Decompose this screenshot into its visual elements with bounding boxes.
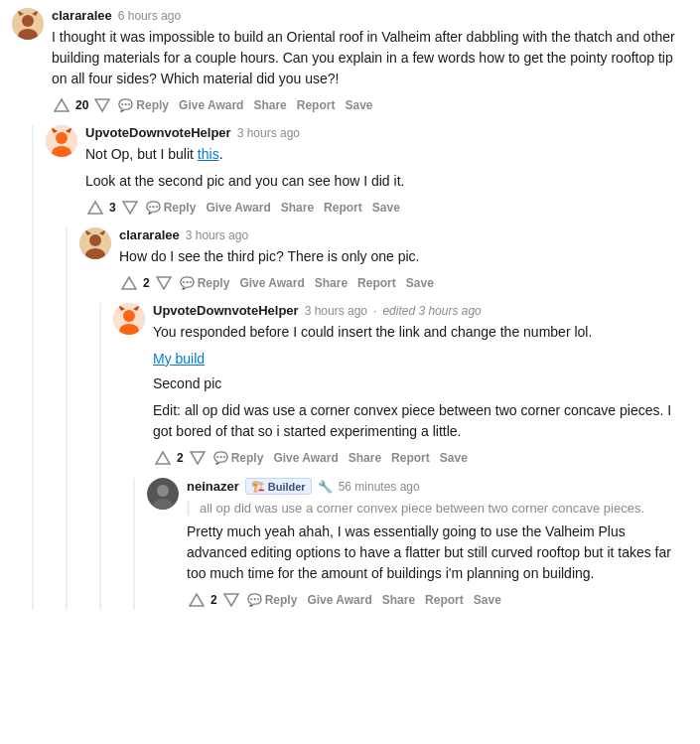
share-btn-c5[interactable]: Share — [378, 591, 419, 609]
svg-point-22 — [123, 310, 135, 322]
upvote-c3[interactable] — [119, 273, 139, 293]
svg-marker-31 — [190, 594, 204, 606]
svg-point-8 — [56, 132, 68, 144]
downvote-c1[interactable] — [92, 95, 112, 115]
my-build-anchor[interactable]: My build — [153, 351, 205, 367]
avatar-c4 — [113, 303, 145, 335]
share-btn-c2[interactable]: Share — [277, 199, 318, 217]
save-btn-c3[interactable]: Save — [402, 274, 438, 292]
downvote-c3[interactable] — [154, 273, 174, 293]
reply-btn-c3[interactable]: 💬 Reply — [176, 274, 234, 292]
comment-meta-c2: UpvoteDownvoteHelper 3 hours ago — [85, 125, 688, 140]
upvote-c1[interactable] — [52, 95, 71, 115]
svg-marker-13 — [123, 202, 137, 214]
save-btn-c2[interactable]: Save — [368, 199, 404, 217]
report-btn-c3[interactable]: Report — [353, 274, 400, 292]
downvote-icon-c5 — [223, 592, 239, 608]
downvote-icon-c4 — [190, 450, 206, 466]
comment-text-c2: Not Op, but I bulit this. — [85, 144, 688, 165]
share-btn-c4[interactable]: Share — [345, 449, 385, 467]
username-c2: UpvoteDownvoteHelper — [85, 125, 231, 140]
downvote-icon-c2 — [122, 200, 138, 216]
wrench-icon-c5: 🔧 — [318, 480, 333, 494]
give-award-btn-c3[interactable]: Give Award — [235, 274, 308, 292]
upvote-c2[interactable] — [85, 198, 105, 218]
reply-btn-c2[interactable]: 💬 Reply — [142, 199, 201, 217]
timestamp-c3: 3 hours ago — [186, 228, 248, 242]
chat-icon-c1: 💬 — [118, 98, 133, 112]
comment-text-c1: I thought it was impossible to build an … — [52, 27, 688, 89]
upvote-icon-c2 — [87, 200, 103, 216]
save-btn-c5[interactable]: Save — [470, 591, 505, 609]
downvote-icon-c3 — [156, 275, 172, 291]
timestamp-c4: 3 hours ago — [305, 304, 367, 318]
edited-c4: edited 3 hours ago — [382, 304, 481, 318]
comment-body-c4: UpvoteDownvoteHelper 3 hours ago · edite… — [153, 303, 688, 468]
chat-icon-c2: 💬 — [146, 201, 161, 215]
timestamp-c5: 56 minutes ago — [339, 480, 420, 494]
reply-btn-c1[interactable]: 💬 Reply — [114, 96, 173, 114]
downvote-c5[interactable] — [221, 590, 241, 610]
vote-count-c4: 2 — [177, 451, 184, 465]
avatar-c1 — [12, 8, 44, 40]
downvote-c2[interactable] — [120, 198, 140, 218]
comment-text-c4a: You responded before I could insert the … — [153, 322, 688, 343]
username-c3: clararalee — [119, 227, 180, 242]
nested-c2-wrapper: UpvoteDownvoteHelper 3 hours ago Not Op,… — [32, 125, 688, 610]
username-c5: neinazer — [187, 479, 239, 494]
give-award-btn-c4[interactable]: Give Award — [269, 449, 342, 467]
give-award-btn-c1[interactable]: Give Award — [175, 96, 247, 114]
report-btn-c4[interactable]: Report — [387, 449, 434, 467]
comment-meta-c3: clararalee 3 hours ago — [119, 227, 688, 242]
vote-section-c1: 20 — [52, 95, 112, 115]
downvote-c4[interactable] — [188, 448, 208, 468]
comment-c5: neinazer 🏗️ Builder 🔧 56 minutes ago all… — [147, 478, 688, 610]
svg-marker-27 — [191, 452, 205, 464]
vote-section-c5: 2 — [187, 590, 241, 610]
vote-section-c4: 2 — [153, 448, 208, 468]
nested-c5-wrapper: neinazer 🏗️ Builder 🔧 56 minutes ago all… — [133, 478, 688, 610]
downvote-icon-c1 — [94, 97, 110, 113]
comment-text-c2b: Look at the second pic and you can see h… — [85, 171, 688, 192]
upvote-icon-c3 — [121, 275, 137, 291]
share-btn-c3[interactable]: Share — [311, 274, 351, 292]
reply-btn-c4[interactable]: 💬 Reply — [210, 449, 268, 467]
vote-count-c2: 3 — [109, 201, 116, 215]
username-c4: UpvoteDownvoteHelper — [153, 303, 299, 318]
avatar-c2 — [46, 125, 77, 157]
blockquote-text-c5: all op did was use a corner convex piece… — [200, 501, 644, 516]
svg-point-1 — [22, 15, 34, 27]
give-award-btn-c5[interactable]: Give Award — [303, 591, 375, 609]
vote-count-c5: 2 — [210, 593, 217, 607]
actions-c4: 2 💬 Reply Give Award Share Report Save — [153, 448, 688, 468]
second-pic-c4: Second pic — [153, 373, 688, 394]
this-link[interactable]: this — [198, 146, 219, 162]
comment-body-c1: clararalee 6 hours ago I thought it was … — [52, 8, 688, 115]
builder-badge: 🏗️ Builder — [245, 478, 312, 495]
comment-body-c3: clararalee 3 hours ago How do I see the … — [119, 227, 688, 293]
comment-c3: clararalee 3 hours ago How do I see the … — [79, 227, 688, 293]
svg-marker-6 — [95, 99, 109, 111]
upvote-c4[interactable] — [153, 448, 173, 468]
save-btn-c1[interactable]: Save — [341, 96, 376, 114]
builder-badge-icon: 🏗️ — [251, 480, 265, 493]
give-award-btn-c2[interactable]: Give Award — [202, 199, 274, 217]
report-btn-c5[interactable]: Report — [421, 591, 468, 609]
comment-body-c2: UpvoteDownvoteHelper 3 hours ago Not Op,… — [85, 125, 688, 218]
chat-icon-c3: 💬 — [180, 276, 195, 290]
comment-c1: clararalee 6 hours ago I thought it was … — [12, 8, 688, 115]
save-btn-c4[interactable]: Save — [436, 449, 472, 467]
actions-c3: 2 💬 Reply Give Award Share Report Save — [119, 273, 688, 293]
timestamp-c2: 3 hours ago — [237, 126, 300, 140]
vote-section-c2: 3 — [85, 198, 140, 218]
share-btn-c1[interactable]: Share — [249, 96, 290, 114]
vote-count-c1: 20 — [75, 98, 88, 112]
report-btn-c1[interactable]: Report — [293, 96, 340, 114]
upvote-icon-c5 — [189, 592, 205, 608]
comment-c2: UpvoteDownvoteHelper 3 hours ago Not Op,… — [46, 125, 688, 218]
upvote-c5[interactable] — [187, 590, 207, 610]
actions-c1: 20 💬 Reply Give Award Share Report Save — [52, 95, 688, 115]
report-btn-c2[interactable]: Report — [320, 199, 366, 217]
avatar-c5 — [147, 478, 179, 510]
reply-btn-c5[interactable]: 💬 Reply — [243, 591, 302, 609]
